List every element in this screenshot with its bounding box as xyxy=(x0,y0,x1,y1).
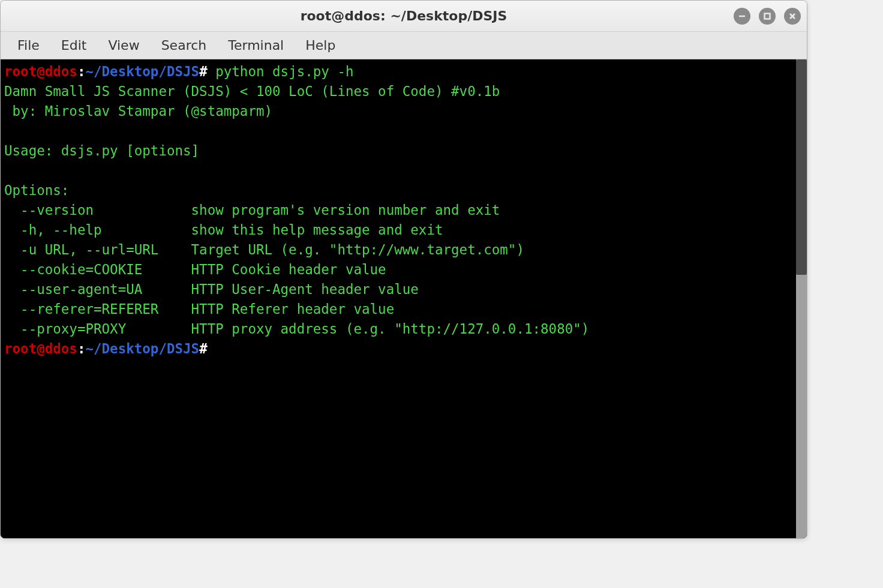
window-controls xyxy=(734,8,801,25)
prompt-user-host: root@ddos xyxy=(4,64,77,79)
prompt-path: ~/Desktop/DSJS xyxy=(85,64,199,79)
close-icon xyxy=(788,12,797,20)
prompt-symbol: # xyxy=(199,341,208,356)
minimize-button[interactable] xyxy=(734,8,750,25)
prompt-user-host: root@ddos xyxy=(4,341,77,356)
scrollbar-thumb[interactable] xyxy=(796,59,807,275)
output-line: -u URL, --url=URL Target URL (e.g. "http… xyxy=(4,242,524,257)
minimize-icon xyxy=(738,12,746,20)
menubar: File Edit View Search Terminal Help xyxy=(1,32,807,59)
menu-terminal[interactable]: Terminal xyxy=(217,34,295,56)
output-line: -h, --help show this help message and ex… xyxy=(4,222,443,238)
output-line: --cookie=COOKIE HTTP Cookie header value xyxy=(4,262,386,277)
terminal-content[interactable]: root@ddos:~/Desktop/DSJS# python dsjs.py… xyxy=(1,59,796,538)
prompt-colon: : xyxy=(77,64,86,79)
prompt-symbol: # xyxy=(199,64,208,79)
close-button[interactable] xyxy=(784,8,801,25)
maximize-icon xyxy=(763,12,771,20)
menu-view[interactable]: View xyxy=(97,34,150,56)
output-line: Usage: dsjs.py [options] xyxy=(4,143,199,158)
terminal-area: root@ddos:~/Desktop/DSJS# python dsjs.py… xyxy=(1,59,807,538)
terminal-window: root@ddos: ~/Desktop/DSJS File Edit View… xyxy=(0,0,807,539)
svg-rect-1 xyxy=(765,13,770,19)
prompt-path: ~/Desktop/DSJS xyxy=(85,341,199,356)
output-line: --proxy=PROXY HTTP proxy address (e.g. "… xyxy=(4,321,589,337)
output-line: --referer=REFERER HTTP Referer header va… xyxy=(4,301,394,317)
menu-edit[interactable]: Edit xyxy=(50,34,98,56)
titlebar[interactable]: root@ddos: ~/Desktop/DSJS xyxy=(1,1,807,32)
window-title: root@ddos: ~/Desktop/DSJS xyxy=(301,8,507,23)
prompt-colon: : xyxy=(77,341,86,356)
output-line: --version show program's version number … xyxy=(4,202,500,218)
output-line: by: Miroslav Stampar (@stamparm) xyxy=(4,103,272,119)
command-text: python dsjs.py -h xyxy=(215,64,353,79)
scrollbar[interactable]: ▲ xyxy=(796,59,807,538)
output-line: Damn Small JS Scanner (DSJS) < 100 LoC (… xyxy=(4,83,500,99)
maximize-button[interactable] xyxy=(759,8,776,25)
output-line: --user-agent=UA HTTP User-Agent header v… xyxy=(4,281,419,297)
menu-search[interactable]: Search xyxy=(151,34,218,56)
menu-help[interactable]: Help xyxy=(295,34,346,56)
menu-file[interactable]: File xyxy=(7,34,50,56)
output-line: Options: xyxy=(4,182,69,198)
